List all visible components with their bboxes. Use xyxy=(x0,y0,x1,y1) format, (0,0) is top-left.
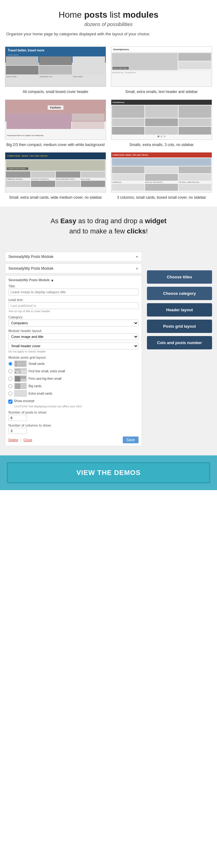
demo-thumb-4: Smartphones xyxy=(111,99,212,140)
view-demos-section: VIEW THE DEMOS xyxy=(0,455,217,490)
choose-category-button[interactable]: Choose category xyxy=(147,287,212,300)
posts-grid-label: Module posts grid layout: xyxy=(8,355,138,359)
layout-option-4: Big cards xyxy=(8,383,138,389)
module-block-3: SeoreadyWp Posts Module ▲ Title: Lead te… xyxy=(5,275,142,446)
layout-option-3: First card big then small xyxy=(8,375,138,382)
hero-subtitle: dozens of possibilities xyxy=(6,22,211,27)
cols-posts-number-button[interactable]: Cols and posts number xyxy=(147,336,212,349)
config-right: Choose titles Choose category Header lay… xyxy=(147,252,212,446)
layout-icon-3 xyxy=(14,375,27,382)
collapse-arrow-2: ▼ xyxy=(135,267,138,270)
title-field-group: Title: xyxy=(8,284,138,296)
layout-radio-5[interactable] xyxy=(8,392,12,396)
num-posts-group: Number of posts to show: xyxy=(8,410,138,421)
view-demos-button[interactable]: VIEW THE DEMOS xyxy=(7,462,210,483)
demo-item-1: Travel better, travel more Lorem ipsum H… xyxy=(5,46,106,95)
demo-caption-3: Big 2/3 then compact, medium cover with … xyxy=(6,142,105,148)
layout-option-2: First line small, extra small xyxy=(8,368,138,374)
category-select[interactable]: Computers xyxy=(8,320,138,327)
hero-section: Home posts list modules dozens of possib… xyxy=(0,0,217,43)
layout-label-1: Small cards xyxy=(29,362,44,366)
header-style-select[interactable]: Small header cover xyxy=(8,343,138,349)
caution-text: CAUTION!! Not displaying excerpt can aff… xyxy=(14,405,138,408)
demo-thumb-6: COMPUTERS: NEWS, TIPS AND TRICKS CAMBRID… xyxy=(111,152,212,192)
layout-radio-2[interactable] xyxy=(8,369,12,373)
posts-grid-field-group: Module posts grid layout: xyxy=(8,355,138,397)
demo-caption-5: Small, extra small cards, wide medium co… xyxy=(9,195,102,200)
lead-input[interactable] xyxy=(8,302,138,309)
lead-label: Lead text: xyxy=(8,298,138,302)
demo-item-4: Smartphones Smalls, extra smalls, 3 cols… xyxy=(111,99,212,148)
demo-caption-1: All compacts, small boxed cover header xyxy=(23,89,88,95)
header-style-note: Do not apply to classic header xyxy=(8,350,138,353)
demo-thumb-3: Fashion Transitional Pieces to Update Yo… xyxy=(5,99,106,140)
module-block-1[interactable]: SeoreadyWp Posts Module ▼ xyxy=(5,252,142,261)
category-field-group: Category: Computers xyxy=(8,315,138,327)
save-button[interactable]: Save xyxy=(123,436,138,443)
demo-caption-4: Smalls, extra smalls, 3 cols, no sidebar xyxy=(129,142,193,148)
title-label: Title: xyxy=(8,284,138,288)
demo-thumb-5: COMPUTERS: NEWS, TIPS AND TRICKS COMPUTE… xyxy=(5,152,106,192)
header-layout-label: Module header layout: xyxy=(8,329,138,333)
layout-radio-4[interactable] xyxy=(8,384,12,388)
title-input[interactable] xyxy=(8,289,138,296)
demo-item-5: COMPUTERS: NEWS, TIPS AND TRICKS COMPUTE… xyxy=(5,152,106,200)
header-style-field-group: Small header cover Do not apply to class… xyxy=(8,343,138,353)
delete-link[interactable]: Delete xyxy=(8,438,18,442)
module-block-2[interactable]: SeoreadyWp Posts Module ▼ xyxy=(5,264,142,273)
demo-grid: Travel better, travel more Lorem ipsum H… xyxy=(0,43,217,207)
layout-label-5: Extra small cards xyxy=(29,392,52,395)
hero-title: Home posts list modules xyxy=(6,9,211,21)
num-cols-input[interactable] xyxy=(8,428,27,434)
lead-note: Text on top of title in cover header xyxy=(8,310,138,313)
num-posts-input[interactable] xyxy=(8,415,27,421)
config-left: SeoreadyWp Posts Module ▼ SeoreadyWp Pos… xyxy=(5,252,142,446)
configurator-section: SeoreadyWp Posts Module ▼ SeoreadyWp Pos… xyxy=(0,246,217,455)
demo-item-6: COMPUTERS: NEWS, TIPS AND TRICKS CAMBRID… xyxy=(111,152,212,200)
demo-thumb-1: Travel better, travel more Lorem ipsum H… xyxy=(5,46,106,87)
collapse-arrow-1: ▼ xyxy=(135,255,138,258)
easy-section: As Easy as to drag and drop a widget and… xyxy=(0,207,217,246)
num-cols-label: Number of columns to show: xyxy=(8,424,138,427)
num-cols-group: Number of columns to show: xyxy=(8,424,138,434)
easy-heading: As Easy as to drag and drop a widget and… xyxy=(6,216,211,236)
layout-label-4: Big cards xyxy=(29,384,41,388)
hero-description: Organize your home page by categories di… xyxy=(6,31,211,37)
category-label: Category: xyxy=(8,315,138,319)
close-link[interactable]: Close xyxy=(24,438,32,442)
show-excerpt-label: Show excerpt xyxy=(13,399,34,403)
header-layout-button[interactable]: Header layout xyxy=(147,303,212,316)
demo-item-3: Fashion Transitional Pieces to Update Yo… xyxy=(5,99,106,148)
posts-grid-layout-button[interactable]: Posts grid layout xyxy=(147,320,212,333)
header-layout-select[interactable]: Cover image and title xyxy=(8,333,138,340)
layout-icon-4 xyxy=(14,383,27,389)
layout-option-1: Small cards xyxy=(8,361,138,367)
show-excerpt-checkbox[interactable] xyxy=(8,400,12,404)
layout-icon-5 xyxy=(14,390,27,397)
layout-icon-2 xyxy=(14,368,27,374)
collapse-arrow-3: ▲ xyxy=(51,278,54,282)
layout-label-3: First card big then small xyxy=(29,377,61,380)
layout-icon-1 xyxy=(14,361,27,367)
layout-label-2: First line small, extra small xyxy=(29,370,65,373)
layout-radio-3[interactable] xyxy=(8,377,12,381)
layout-radio-1[interactable] xyxy=(8,362,12,366)
layout-option-5: Extra small cards xyxy=(8,390,138,397)
choose-titles-button[interactable]: Choose titles xyxy=(147,270,212,284)
demo-item-2: Smartphones Fastest 1080ti Setup... Word… xyxy=(111,46,212,95)
layout-options: Small cards xyxy=(8,361,138,397)
header-layout-field-group: Module header layout: Cover image and ti… xyxy=(8,329,138,340)
demo-caption-2: Small, extra smalls, text header and sid… xyxy=(125,89,197,95)
show-excerpt-group: Show excerpt xyxy=(8,399,138,404)
demo-caption-6: 3 columns, small cards, boxed small cove… xyxy=(117,195,206,200)
demo-thumb-2: Smartphones Fastest 1080ti Setup... Word… xyxy=(111,46,212,87)
lead-field-group: Lead text: Text on top of title in cover… xyxy=(8,298,138,313)
num-posts-label: Number of posts to show: xyxy=(8,410,138,414)
action-row: Delete | Close Save xyxy=(8,436,138,443)
